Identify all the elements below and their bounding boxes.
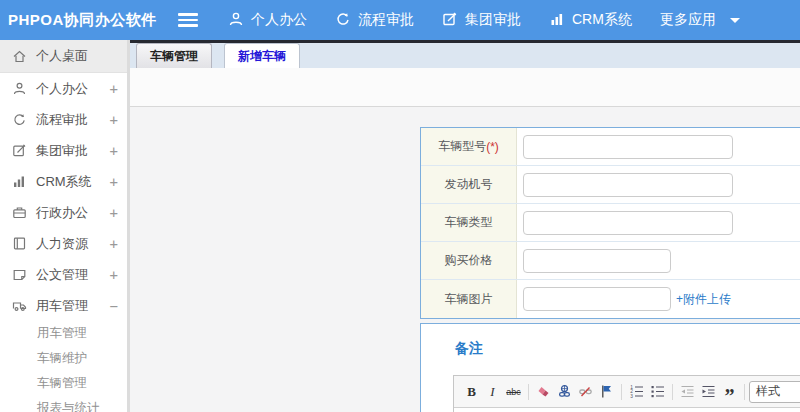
chart-icon [549,11,572,30]
nav-group-approval[interactable]: 集团审批 [442,11,521,30]
link-icon[interactable] [554,381,575,403]
nav-more-apps[interactable]: 更多应用 [660,11,740,29]
sidebar-item-crm-system[interactable]: CRM系统 + [0,166,130,197]
sidebar-item-vehicle-management[interactable]: 用车管理 − [0,290,130,321]
page-body: 车辆型号(*) 发动机号 车辆类型 购买价格 车辆图片 [130,107,800,412]
tab-vehicle-management[interactable]: 车辆管理 [136,43,212,68]
field-label: 车辆图片 [445,291,493,308]
user-icon [228,11,251,30]
svg-text:3: 3 [630,394,633,399]
expand-icon[interactable]: + [110,267,118,283]
edit-square-icon [442,11,465,30]
field-label: 车辆型号 [438,138,486,155]
sidebar-item-document-management[interactable]: 公文管理 + [0,259,130,290]
sidebar-item-workflow-approval[interactable]: 流程审批 + [0,104,130,135]
strikethrough-button[interactable]: abc [503,381,524,403]
form-row: 车辆类型 [421,204,800,242]
remove-format-icon[interactable] [533,381,554,403]
ordered-list-icon[interactable]: 123 [626,381,647,403]
sidebar-item-admin-office[interactable]: 行政办公 + [0,197,130,228]
tab-bar: 车辆管理 新增车辆 [130,40,800,68]
collapse-icon[interactable]: − [110,298,118,314]
unlink-icon[interactable] [575,381,596,403]
engine-number-input[interactable] [523,173,733,197]
field-label: 购买价格 [445,252,493,269]
form-row: 车辆图片 +附件上传 [421,280,800,318]
field-label: 车辆类型 [445,214,493,231]
form-row: 购买价格 [421,242,800,280]
sidebar-subitem-reports-statistics[interactable]: 报表与统计 [0,396,130,412]
expand-icon[interactable]: + [110,143,118,159]
nav-crm-system[interactable]: CRM系统 [549,11,632,30]
anchor-flag-icon[interactable] [596,381,617,403]
toolbar-strip [130,68,800,107]
vehicle-model-input[interactable] [523,135,733,159]
tab-add-vehicle[interactable]: 新增车辆 [224,43,300,68]
nav-personal-office[interactable]: 个人办公 [228,11,307,30]
purchase-price-input[interactable] [523,249,671,273]
document-icon [12,267,28,282]
nav-workflow-approval[interactable]: 流程审批 [335,11,414,30]
workflow-icon [335,11,358,30]
unordered-list-icon[interactable] [647,381,668,403]
sidebar-item-human-resources[interactable]: 人力资源 + [0,228,130,259]
app-logo: PHPOA协同办公软件 [0,11,178,30]
vehicle-image-input[interactable] [523,287,671,311]
book-icon [12,236,28,251]
attachment-upload-link[interactable]: +附件上传 [676,291,731,308]
caret-down-icon [730,18,740,23]
workflow-icon [12,112,28,127]
top-bar: PHPOA协同办公软件 个人办公 流程审批 集团审批 CRM系统 更多应用 [0,0,800,40]
user-icon [12,81,28,96]
chart-icon [12,174,28,189]
home-icon [12,49,28,64]
field-label: 发动机号 [445,176,493,193]
outdent-icon[interactable] [677,381,698,403]
blockquote-icon[interactable]: ” [719,381,740,403]
sidebar-item-personal-office[interactable]: 个人办公 + [0,73,130,104]
expand-icon[interactable]: + [110,81,118,97]
form-row: 车辆型号(*) [421,128,800,166]
editor-toolbar: B I abc [454,376,800,408]
expand-icon[interactable]: + [110,112,118,128]
edit-square-icon [12,143,28,158]
expand-icon[interactable]: + [110,174,118,190]
expand-icon[interactable]: + [110,205,118,221]
indent-icon[interactable] [698,381,719,403]
hamburger-menu-icon[interactable] [178,13,198,27]
notes-title: 备注 [455,340,800,358]
vehicle-type-input[interactable] [523,211,733,235]
required-mark: (*) [486,140,499,154]
expand-icon[interactable]: + [110,236,118,252]
briefcase-icon [12,205,28,220]
sidebar: 个人桌面 个人办公 + 流程审批 + 集团审批 + CRM系统 + 行政办公 + [0,40,130,412]
sidebar-item-personal-desktop[interactable]: 个人桌面 [0,40,130,73]
style-dropdown[interactable]: 样式 [749,381,800,403]
sidebar-subitem-vehicle-use[interactable]: 用车管理 [0,321,130,346]
sidebar-item-group-approval[interactable]: 集团审批 + [0,135,130,166]
vehicle-form: 车辆型号(*) 发动机号 车辆类型 购买价格 车辆图片 [420,127,800,319]
truck-icon [12,298,28,313]
sidebar-subitem-vehicle-management[interactable]: 车辆管理 [0,371,130,396]
bold-button[interactable]: B [461,381,482,403]
notes-section: 备注 B I abc [420,323,800,412]
italic-button[interactable]: I [482,381,503,403]
form-row: 发动机号 [421,166,800,204]
sidebar-subitem-vehicle-maintenance[interactable]: 车辆维护 [0,346,130,371]
editor-content-area[interactable] [454,408,800,412]
rich-text-editor: B I abc [453,375,800,412]
